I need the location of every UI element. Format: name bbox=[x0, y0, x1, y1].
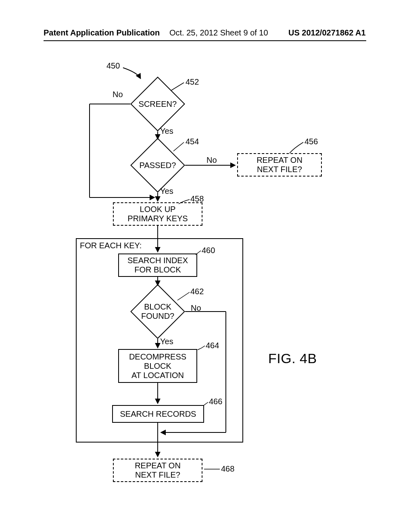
ref-450: 450 bbox=[106, 61, 120, 71]
process-search-records: SEARCH RECORDS bbox=[112, 405, 204, 423]
decision-passed-text: PASSED? bbox=[140, 161, 176, 170]
header-rule bbox=[44, 40, 366, 41]
search-index-l2: FOR BLOCK bbox=[134, 265, 181, 274]
process-decompress-block: DECOMPRESS BLOCK AT LOCATION bbox=[118, 349, 197, 383]
ref-460: 460 bbox=[202, 246, 215, 255]
label-no-2: No bbox=[206, 156, 217, 165]
process-search-index: SEARCH INDEX FOR BLOCK bbox=[118, 254, 197, 277]
page: Patent Application Publication Oct. 25, … bbox=[0, 0, 413, 532]
ref-468: 468 bbox=[221, 464, 234, 474]
decision-screen-text: SCREEN? bbox=[139, 100, 177, 109]
ref-462: 462 bbox=[190, 287, 204, 296]
process-lookup-primary-keys: LOOK UP PRIMARY KEYS bbox=[113, 202, 202, 226]
ref-464: 464 bbox=[206, 341, 219, 350]
label-yes-3: Yes bbox=[160, 337, 173, 346]
lookup-l2: PRIMARY KEYS bbox=[127, 214, 188, 223]
figure-label: FIG. 4B bbox=[268, 351, 317, 366]
header-right: US 2012/0271862 A1 bbox=[288, 28, 366, 37]
svg-line-1 bbox=[173, 142, 184, 151]
for-each-key-label: FOR EACH KEY: bbox=[80, 241, 142, 250]
search-records-text: SEARCH RECORDS bbox=[120, 409, 196, 419]
repeat-next-file-2-l2: NEXT FILE? bbox=[135, 470, 180, 480]
label-yes-1: Yes bbox=[160, 127, 173, 136]
decompress-l2: BLOCK bbox=[144, 362, 171, 371]
ref-466: 466 bbox=[209, 397, 222, 406]
svg-line-0 bbox=[171, 83, 184, 90]
ref-454: 454 bbox=[186, 137, 199, 146]
process-repeat-next-file-1: REPEAT ON NEXT FILE? bbox=[237, 153, 322, 177]
header-left: Patent Application Publication bbox=[44, 28, 160, 37]
label-yes-2: Yes bbox=[160, 187, 173, 196]
decision-block-found-text-l1: BLOCK bbox=[141, 302, 174, 312]
header-center: Oct. 25, 2012 Sheet 9 of 10 bbox=[169, 28, 268, 37]
ref-456: 456 bbox=[305, 137, 318, 146]
ref-452: 452 bbox=[186, 77, 199, 87]
repeat-next-file-1-l1: REPEAT ON bbox=[257, 156, 302, 165]
lookup-l1: LOOK UP bbox=[140, 205, 176, 214]
decision-passed: PASSED? bbox=[130, 138, 185, 193]
search-index-l1: SEARCH INDEX bbox=[127, 256, 188, 265]
decision-screen: SCREEN? bbox=[130, 77, 185, 131]
decision-block-found-text-l2: FOUND? bbox=[141, 312, 174, 321]
label-no-3: No bbox=[191, 303, 201, 313]
label-no-1: No bbox=[113, 90, 123, 99]
ref-458: 458 bbox=[190, 194, 204, 204]
decompress-l1: DECOMPRESS bbox=[129, 352, 186, 362]
decompress-l3: AT LOCATION bbox=[131, 371, 184, 380]
repeat-next-file-1-l2: NEXT FILE? bbox=[257, 165, 302, 174]
process-repeat-next-file-2: REPEAT ON NEXT FILE? bbox=[113, 459, 202, 482]
repeat-next-file-2-l1: REPEAT ON bbox=[135, 461, 181, 470]
